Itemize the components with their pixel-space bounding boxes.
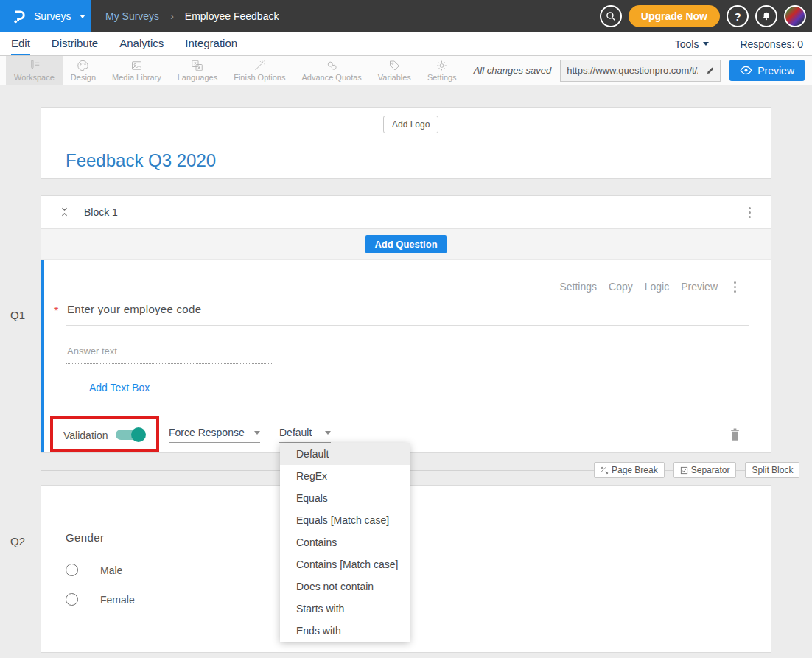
magic-wand-icon: [253, 59, 267, 72]
page-break-button[interactable]: Page Break: [594, 462, 665, 478]
question-1-number: Q1: [10, 309, 25, 321]
answer-text-line: [66, 363, 273, 364]
block-menu-button[interactable]: [744, 206, 755, 219]
radio-female[interactable]: [66, 593, 78, 606]
responses-count: Responses: 0: [740, 38, 803, 50]
menu-option-equals-match-case[interactable]: Equals [Match case]: [280, 509, 410, 531]
toolbar-label: Advance Quotas: [301, 73, 361, 82]
menu-option-default[interactable]: Default: [280, 443, 410, 465]
menu-option-starts-with[interactable]: Starts with: [280, 598, 410, 620]
header-actions: Upgrade Now ?: [600, 5, 806, 27]
question-underline: [66, 325, 749, 326]
toolbar-item-settings[interactable]: Settings: [419, 56, 465, 85]
search-button[interactable]: [600, 5, 622, 27]
tabbar-right: Tools Responses: 0: [675, 32, 803, 55]
required-marker: *: [54, 305, 58, 318]
save-status: All changes saved: [474, 65, 552, 76]
menu-option-regex[interactable]: RegEx: [280, 465, 410, 487]
toolbar-item-variables[interactable]: Variables: [370, 56, 419, 85]
menu-option-ends-with[interactable]: Ends with: [280, 620, 410, 642]
question-2-text[interactable]: Gender: [66, 531, 104, 544]
product-switcher[interactable]: Surveys: [0, 0, 91, 32]
toggle-knob: [131, 427, 146, 442]
question-logic-action[interactable]: Logic: [645, 281, 669, 293]
collapse-icon: [59, 206, 70, 218]
add-question-strip: Add Question: [41, 229, 771, 260]
editor-toolbar: Workspace Design Media Library Languages: [0, 56, 812, 85]
survey-header-card: Add Logo Feedback Q3 2020: [41, 107, 771, 179]
separator-button[interactable]: Separator: [673, 462, 737, 478]
survey-title[interactable]: Feedback Q3 2020: [66, 150, 216, 171]
answer-text-placeholder[interactable]: Answer text: [67, 346, 117, 357]
tag-icon: [388, 59, 402, 72]
collapse-block-button[interactable]: [59, 206, 70, 221]
menu-option-does-not-contain[interactable]: Does not contain: [280, 575, 410, 598]
tab-analytics[interactable]: Analytics: [119, 32, 164, 55]
block-name[interactable]: Block 1: [84, 206, 118, 218]
question-settings-action[interactable]: Settings: [559, 281, 597, 293]
upgrade-now-button[interactable]: Upgrade Now: [629, 5, 720, 27]
top-header: Surveys My Surveys › Employee Feedback U…: [0, 0, 812, 32]
question-preview-action[interactable]: Preview: [681, 281, 718, 293]
survey-url-input[interactable]: [561, 65, 701, 76]
divider-buttons: Page Break Separator Split Block: [594, 462, 799, 478]
toolbar-item-finish-options[interactable]: Finish Options: [225, 56, 293, 85]
trash-icon: [729, 427, 741, 441]
answer-option-row: Male: [66, 564, 122, 576]
block-1-container: Block 1 Add Question Settings Copy Logic…: [41, 195, 771, 453]
radio-male-label[interactable]: Male: [100, 564, 122, 576]
question-menu-button[interactable]: [729, 280, 740, 293]
breadcrumb-my-surveys[interactable]: My Surveys: [105, 10, 159, 22]
add-text-box-link[interactable]: Add Text Box: [89, 382, 150, 393]
edit-url-button[interactable]: [701, 60, 720, 81]
toolbar-item-advance-quotas[interactable]: Advance Quotas: [293, 56, 369, 85]
question-1-card: Settings Copy Logic Preview * Enter your…: [41, 260, 771, 452]
toolbar-label: Languages: [178, 73, 217, 82]
product-name: Surveys: [34, 10, 71, 22]
menu-option-equals[interactable]: Equals: [280, 487, 410, 509]
notifications-button[interactable]: [755, 5, 777, 27]
toolbar-item-languages[interactable]: Languages: [169, 56, 225, 85]
translate-icon: [190, 59, 204, 72]
toolbar-label: Finish Options: [234, 73, 285, 82]
add-logo-button[interactable]: Add Logo: [383, 116, 438, 133]
menu-option-contains[interactable]: Contains: [280, 531, 410, 553]
checkbox-icon: [680, 466, 688, 475]
tab-integration[interactable]: Integration: [185, 32, 237, 55]
tab-edit[interactable]: Edit: [11, 32, 30, 55]
toolbar-label: Variables: [378, 73, 411, 82]
preview-button[interactable]: Preview: [729, 60, 805, 81]
user-avatar[interactable]: [784, 5, 806, 27]
validation-type-value: Default: [279, 427, 312, 438]
radio-male[interactable]: [66, 564, 78, 576]
add-question-button[interactable]: Add Question: [365, 235, 446, 253]
toolbar-item-design[interactable]: Design: [63, 56, 104, 85]
search-icon: [605, 10, 617, 22]
caret-down-icon: [254, 431, 260, 435]
validation-label: Validation: [63, 430, 108, 441]
validation-toggle[interactable]: [116, 430, 144, 440]
help-glyph: ?: [734, 10, 741, 23]
help-button[interactable]: ?: [727, 5, 749, 27]
tab-distribute[interactable]: Distribute: [52, 32, 98, 55]
split-block-button[interactable]: Split Block: [745, 462, 799, 478]
delete-question-button[interactable]: [729, 427, 741, 444]
force-response-dropdown[interactable]: Force Response: [169, 427, 260, 443]
survey-url-box: [560, 60, 721, 82]
toolbar-item-workspace[interactable]: Workspace: [6, 56, 63, 85]
toolbar-label: Settings: [427, 73, 457, 82]
caret-down-icon: [703, 42, 709, 46]
question-1-text[interactable]: Enter your employee code: [67, 303, 201, 315]
separator-label: Separator: [691, 465, 730, 475]
tools-menu[interactable]: Tools: [675, 38, 710, 50]
gear-icon: [435, 59, 449, 72]
radio-female-label[interactable]: Female: [100, 594, 135, 606]
questionpro-logo-icon: [10, 7, 27, 25]
menu-option-contains-match-case[interactable]: Contains [Match case]: [280, 553, 410, 575]
palette-icon: [76, 59, 90, 72]
block-header: Block 1: [41, 196, 771, 229]
image-icon: [130, 59, 144, 72]
validation-type-dropdown[interactable]: Default: [279, 427, 331, 443]
question-copy-action[interactable]: Copy: [609, 281, 633, 293]
toolbar-item-media-library[interactable]: Media Library: [104, 56, 169, 85]
